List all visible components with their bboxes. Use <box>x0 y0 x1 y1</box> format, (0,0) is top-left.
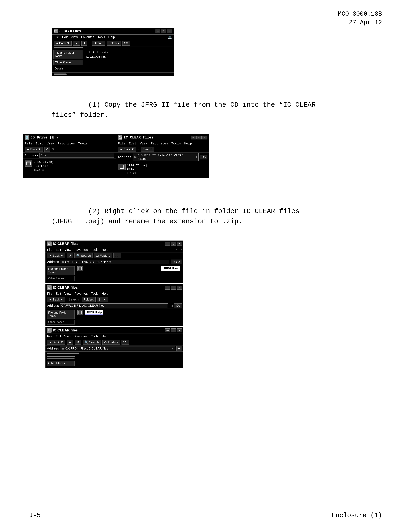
w1-addr-input[interactable]: 🖿 C:\JFRG II Files\IC CLEAR files ▼ <box>60 260 169 264</box>
w2-views-btn[interactable]: |.∷|▼ <box>97 297 108 302</box>
win3-1-close[interactable]: ✕ <box>177 242 182 246</box>
w2-menu-help[interactable]: Help <box>102 292 108 295</box>
win3-3-maximize[interactable]: □ <box>171 328 176 332</box>
cd-menu-edit[interactable]: Edit <box>36 142 43 145</box>
cd-menu-file[interactable]: File <box>25 142 32 145</box>
cd-menu-tools[interactable]: Tools <box>78 142 88 145</box>
w2-menu-file[interactable]: File <box>47 292 52 295</box>
sidebar-other-places[interactable]: Other Places <box>53 60 83 65</box>
icclear-menu-help[interactable]: Help <box>184 142 192 145</box>
cd-menu-view[interactable]: View <box>47 142 54 145</box>
icclear-menu-view[interactable]: View <box>140 142 148 145</box>
icclear-menu-favorites[interactable]: Favorites <box>151 142 168 145</box>
w2-addr-input[interactable]: C:\JFRG II Files\IC CLEAR files <box>60 304 168 308</box>
win3-2-filename-renamed[interactable]: JFRG II.zip <box>85 310 103 315</box>
w1-go-btn[interactable]: ➡ Go <box>171 260 182 264</box>
win3-1-controls[interactable]: — □ ✕ <box>165 242 182 246</box>
context-menu-rename[interactable]: JFRG Ren <box>161 266 180 271</box>
icclear-go-button[interactable]: Go <box>200 155 207 160</box>
w3-go-btn[interactable]: ➡ <box>176 346 182 351</box>
icclear-menu-tools[interactable]: Tools <box>171 142 181 145</box>
w1-search-btn[interactable]: 🔍 Search <box>75 253 92 258</box>
w3-forward-btn[interactable]: ► <box>67 340 73 345</box>
w3-addr-input[interactable]: 🖿 C:\JFRG II Files\IC CLEAR files ▼ <box>60 346 175 351</box>
icclear-menu-file[interactable]: File <box>118 142 126 145</box>
win3-1-minimize[interactable]: — <box>165 242 170 246</box>
w2-menu-edit[interactable]: Edit <box>56 292 61 295</box>
w1-folders-btn[interactable]: 🗂 Folders <box>94 253 112 258</box>
w1-menu-tools[interactable]: Tools <box>91 248 98 252</box>
win3-2-minimize[interactable]: — <box>165 286 170 290</box>
icclear-address-input[interactable]: 🖿 C:\JFRG II Files\IC CLEAR files ▼ <box>133 153 199 161</box>
w1-menu-file[interactable]: File <box>47 248 52 252</box>
folders-button[interactable]: Folders <box>107 41 121 46</box>
w3-views-btn[interactable]: ∷∷ <box>121 340 129 345</box>
icclear-close[interactable]: ✕ <box>202 136 207 139</box>
menu-edit[interactable]: Edit <box>62 35 67 39</box>
win3-3-close[interactable]: ✕ <box>177 328 182 332</box>
w3-menu-tools[interactable]: Tools <box>91 334 98 338</box>
menu-favorites[interactable]: Favorites <box>81 35 94 39</box>
w3-search-btn[interactable]: 🔍 Search <box>83 340 101 345</box>
w2-folders-btn[interactable]: Folders <box>82 297 96 302</box>
sidebar-file-tasks[interactable]: File and Folder Tasks <box>53 50 83 59</box>
w3-folders-btn[interactable]: 🗂 Folders <box>102 340 120 345</box>
icclear-menu-edit[interactable]: Edit <box>129 142 137 145</box>
win3-2-close[interactable]: ✕ <box>177 286 182 290</box>
address-bar <box>52 47 174 49</box>
cd-menu-favorites[interactable]: Favorites <box>57 142 75 145</box>
close-button[interactable]: × <box>167 29 172 33</box>
maximize-button[interactable]: □ <box>161 29 166 33</box>
w1-menu-view[interactable]: View <box>64 248 71 252</box>
win3-2-controls[interactable]: — □ ✕ <box>165 286 182 290</box>
w3-menu-view[interactable]: View <box>64 334 71 338</box>
w2-go-btn[interactable]: Go <box>174 304 182 308</box>
forward-button[interactable]: ► <box>73 41 80 46</box>
cd-address-input[interactable]: E:\ <box>39 153 114 158</box>
menu-help[interactable]: Help <box>108 35 115 39</box>
w2-menu-favorites[interactable]: Favorites <box>75 292 88 295</box>
icclear-maximize[interactable]: □ <box>196 136 202 139</box>
w3-back-btn[interactable]: ◄ Back ▼ <box>47 340 65 345</box>
w1-back-btn[interactable]: ◄ Back ▼ <box>47 253 65 258</box>
cd-refresh-button[interactable]: ↺ <box>44 147 50 152</box>
win3-3-main <box>76 354 183 368</box>
icclear-minimize[interactable]: — <box>191 136 196 139</box>
menu-tools[interactable]: Tools <box>97 35 105 39</box>
icclear-toolbar-sep2: • <box>138 148 139 151</box>
window-controls[interactable]: — □ × <box>155 29 172 33</box>
w1-refresh-btn[interactable]: ↺ <box>67 253 73 258</box>
w2-back-btn[interactable]: ◄ Back ▼ <box>47 297 65 302</box>
win3-2-maximize[interactable]: □ <box>171 286 176 290</box>
icclear-search-button[interactable]: Search <box>141 147 154 152</box>
w3-menu-file[interactable]: File <box>47 334 52 338</box>
w3-menu-favorites[interactable]: Favorites <box>75 334 88 338</box>
w2-menu-view[interactable]: View <box>64 292 71 295</box>
menu-file[interactable]: File <box>54 35 59 39</box>
cd-file1[interactable]: JFRG II.pejFEJ File11.2 KB <box>25 160 114 172</box>
back-button[interactable]: ◄ Back ▼ <box>54 41 72 46</box>
win3-3-minimize[interactable]: — <box>165 328 170 332</box>
w2-menu-tools[interactable]: Tools <box>91 292 98 295</box>
cd-back-button[interactable]: ◄ Back ▼ <box>25 147 43 152</box>
minimize-button[interactable]: — <box>155 29 160 33</box>
menu-view[interactable]: View <box>71 35 78 39</box>
w1-views-btn[interactable]: ∷∷ <box>113 253 121 258</box>
views-button[interactable]: ∷∷ <box>122 41 130 46</box>
search-button[interactable]: Search <box>92 41 105 46</box>
win3-1-maximize[interactable]: □ <box>171 242 176 246</box>
w1-menu-favorites[interactable]: Favorites <box>75 248 88 252</box>
folder-item-exports[interactable]: JFRG II Exports <box>86 50 172 54</box>
up-button[interactable]: ⬆ <box>81 41 87 46</box>
folder-item-clear[interactable]: IC CLEAR files <box>86 55 172 58</box>
icclear-back-button[interactable]: ◄ Back ▼ <box>118 147 136 152</box>
icclear-file1[interactable]: JFRG II.pejFile1.2 KB <box>118 164 207 176</box>
context-menu[interactable]: JFRG Ren <box>161 266 180 271</box>
w3-refresh-btn[interactable]: ↺ <box>75 340 81 345</box>
win3-3-controls[interactable]: — □ ✕ <box>165 328 182 332</box>
w1-menu-edit[interactable]: Edit <box>56 248 61 252</box>
w3-menu-help[interactable]: Help <box>102 334 108 338</box>
w1-menu-help[interactable]: Help <box>102 248 108 252</box>
w3-menu-edit[interactable]: Edit <box>56 334 61 338</box>
icclear-window-controls[interactable]: — □ ✕ <box>191 136 207 139</box>
